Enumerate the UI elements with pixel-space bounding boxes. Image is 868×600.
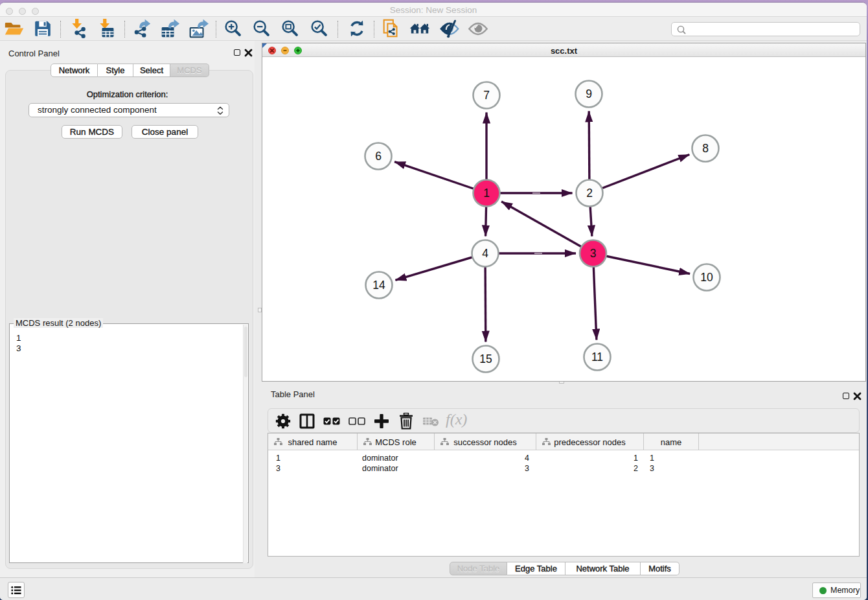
svg-text:15: 15: [479, 352, 492, 365]
svg-text:1: 1: [483, 187, 490, 200]
svg-text:7: 7: [483, 89, 490, 102]
svg-text:4: 4: [482, 247, 488, 260]
svg-text:6: 6: [375, 150, 382, 163]
svg-text:8: 8: [702, 142, 709, 155]
svg-text:3: 3: [590, 247, 597, 260]
svg-text:2: 2: [586, 187, 593, 200]
svg-text:14: 14: [372, 279, 385, 292]
svg-text:10: 10: [700, 271, 713, 284]
svg-text:11: 11: [591, 351, 603, 363]
svg-text:9: 9: [586, 87, 592, 100]
